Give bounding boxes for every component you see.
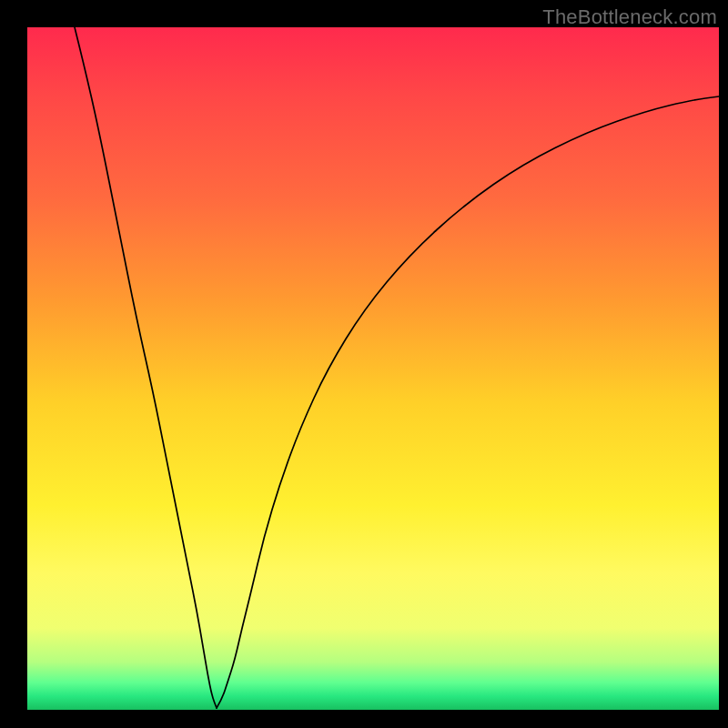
plot-area bbox=[27, 27, 719, 710]
watermark-label: TheBottleneck.com bbox=[542, 5, 717, 29]
curve-left bbox=[75, 27, 217, 708]
curve-layer bbox=[27, 27, 719, 710]
marker-group bbox=[173, 491, 266, 708]
curve-right bbox=[217, 96, 719, 708]
chart-frame: TheBottleneck.com bbox=[0, 0, 728, 728]
